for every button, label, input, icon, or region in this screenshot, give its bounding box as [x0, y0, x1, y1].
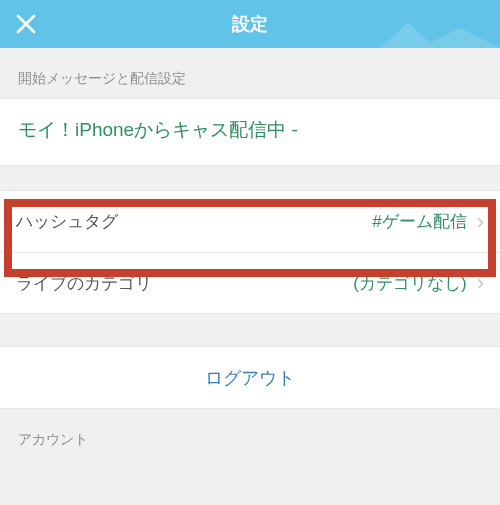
logout-block: ログアウト	[0, 346, 500, 409]
hashtag-label: ハッシュタグ	[16, 210, 118, 233]
chevron-right-icon: ›	[477, 272, 484, 294]
logout-button[interactable]: ログアウト	[0, 347, 500, 408]
category-label: ライブのカテゴリ	[16, 272, 152, 295]
hashtag-row[interactable]: ハッシュタグ #ゲーム配信 ›	[0, 191, 500, 252]
category-value: (カテゴリなし)	[353, 272, 466, 295]
mountain-decoration	[380, 22, 500, 48]
settings-list: ハッシュタグ #ゲーム配信 › ライブのカテゴリ (カテゴリなし) ›	[0, 190, 500, 314]
message-block: モイ！iPhoneからキャス配信中 -	[0, 98, 500, 166]
section-header-broadcast: 開始メッセージと配信設定	[0, 48, 500, 98]
hashtag-value: #ゲーム配信	[372, 210, 466, 233]
logout-label: ログアウト	[205, 366, 295, 390]
page-title: 設定	[232, 12, 268, 36]
start-message-row[interactable]: モイ！iPhoneからキャス配信中 -	[0, 99, 500, 165]
close-button[interactable]	[12, 10, 40, 38]
section-header-account: アカウント	[0, 409, 500, 459]
close-icon	[16, 14, 36, 34]
category-row[interactable]: ライブのカテゴリ (カテゴリなし) ›	[0, 252, 500, 313]
header-bar: 設定	[0, 0, 500, 48]
chevron-right-icon: ›	[477, 211, 484, 233]
